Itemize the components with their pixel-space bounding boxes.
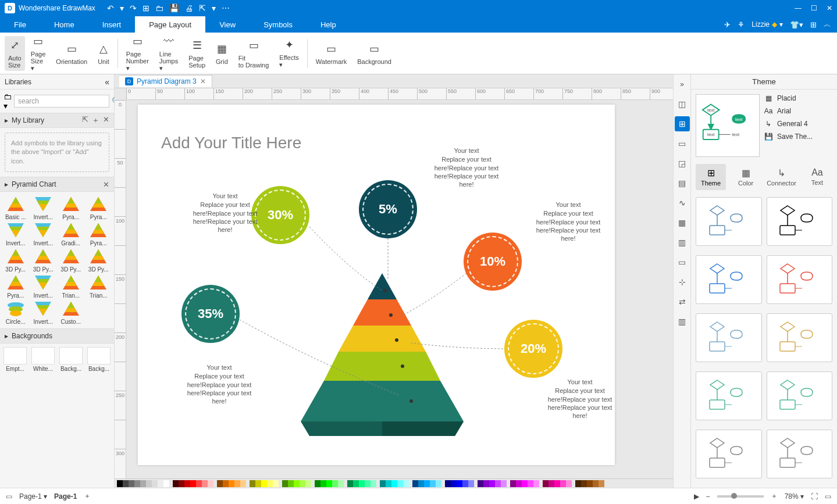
play-icon[interactable]: ▶ xyxy=(694,492,699,501)
color-swatch[interactable] xyxy=(152,480,158,487)
shape-item[interactable]: Pyra... xyxy=(86,195,112,220)
right-tool-12[interactable]: ▥ xyxy=(675,314,690,329)
color-swatch[interactable] xyxy=(320,480,326,487)
theme-item[interactable] xyxy=(767,255,833,304)
color-swatch[interactable] xyxy=(315,480,320,487)
color-swatch[interactable] xyxy=(593,480,599,487)
collapse-panel-icon[interactable]: « xyxy=(105,77,109,87)
background-item[interactable]: White... xyxy=(30,347,56,372)
page-title[interactable]: Add Your Title Here xyxy=(161,134,301,152)
right-tool-11[interactable]: ⇄ xyxy=(675,294,690,309)
color-swatch[interactable] xyxy=(548,480,554,487)
shape-item[interactable]: Gradi... xyxy=(58,221,84,246)
close-button[interactable]: ✕ xyxy=(827,4,832,12)
right-tool-5[interactable]: ▤ xyxy=(675,176,690,191)
color-swatch[interactable] xyxy=(184,480,190,487)
minimize-button[interactable]: — xyxy=(795,4,802,12)
menu-symbols[interactable]: Symbols xyxy=(250,16,307,33)
right-tool-0[interactable]: » xyxy=(675,77,690,92)
shape-item[interactable]: Pyra... xyxy=(58,195,84,220)
color-swatch[interactable] xyxy=(117,480,123,487)
theme-item[interactable] xyxy=(696,430,762,478)
color-swatch[interactable] xyxy=(516,480,522,487)
color-swatch[interactable] xyxy=(533,480,539,487)
color-swatch[interactable] xyxy=(365,480,371,487)
shape-item[interactable]: Invert... xyxy=(30,274,57,299)
color-swatch[interactable] xyxy=(229,480,234,487)
color-swatch[interactable] xyxy=(129,480,134,487)
color-swatch[interactable] xyxy=(288,480,294,487)
export-icon[interactable]: ⇱ xyxy=(199,3,206,13)
fit-page-icon[interactable]: ⛶ xyxy=(811,492,818,501)
close-section-icon[interactable]: ✕ xyxy=(103,180,109,189)
color-swatch[interactable] xyxy=(468,480,474,487)
color-swatch[interactable] xyxy=(397,480,403,487)
color-swatch[interactable] xyxy=(179,480,184,487)
color-swatch[interactable] xyxy=(575,480,581,487)
color-swatch[interactable] xyxy=(305,480,311,487)
ribbon-page-setup[interactable]: ☰PageSetup xyxy=(184,38,210,69)
shape-item[interactable]: 3D Py... xyxy=(86,248,112,273)
percent-circle[interactable]: 5% xyxy=(359,180,417,238)
theme-item[interactable] xyxy=(696,255,762,304)
color-swatch[interactable] xyxy=(478,480,483,487)
maximize-button[interactable]: ☐ xyxy=(811,4,817,12)
undo-icon[interactable]: ↶ xyxy=(107,3,114,13)
color-swatch[interactable] xyxy=(294,480,300,487)
color-swatch[interactable] xyxy=(282,480,288,487)
shape-item[interactable]: Custo... xyxy=(58,300,84,325)
ribbon-line-jumps-[interactable]: 〰LineJumps▾ xyxy=(155,34,183,72)
close-tab-icon[interactable]: ✕ xyxy=(200,77,206,85)
color-swatch[interactable] xyxy=(391,480,397,487)
percent-circle[interactable]: 30% xyxy=(251,186,309,244)
right-tool-7[interactable]: ▦ xyxy=(675,215,690,230)
add-icon[interactable]: ＋ xyxy=(92,115,99,126)
theme-tab-theme[interactable]: ⊞Theme xyxy=(696,164,726,190)
theme-item[interactable] xyxy=(767,313,833,362)
zoom-out-button[interactable]: − xyxy=(706,492,710,501)
color-swatch[interactable] xyxy=(273,480,279,487)
color-swatch[interactable] xyxy=(261,480,267,487)
zoom-value[interactable]: 78% ▾ xyxy=(785,492,804,501)
color-swatch[interactable] xyxy=(483,480,489,487)
shape-item[interactable]: Pyra... xyxy=(2,274,29,299)
library-dropdown-icon[interactable]: 🗀▾ xyxy=(3,92,12,110)
theme-item[interactable] xyxy=(767,430,833,478)
section-backgrounds[interactable]: ▸Backgrounds xyxy=(0,328,114,344)
color-swatch[interactable] xyxy=(495,480,501,487)
canvas-page[interactable]: Add Your Title Here xyxy=(138,105,615,465)
menu-insert[interactable]: Insert xyxy=(88,16,136,33)
color-swatch[interactable] xyxy=(501,480,507,487)
right-tool-9[interactable]: ▭ xyxy=(675,255,690,270)
ribbon-unit[interactable]: △Unit xyxy=(93,42,114,65)
theme-prop[interactable]: ▦Placid xyxy=(763,94,832,102)
annotation-text[interactable]: Your textReplace your text here!Replace … xyxy=(432,146,501,188)
color-swatch[interactable] xyxy=(240,480,246,487)
share-icon[interactable]: ⚘ xyxy=(738,20,745,29)
user-name[interactable]: Lizzie◆▾ xyxy=(751,20,783,28)
color-swatch[interactable] xyxy=(380,480,386,487)
ribbon-grid[interactable]: ▦Grid xyxy=(211,42,233,65)
color-swatch[interactable] xyxy=(300,480,305,487)
zoom-in-button[interactable]: ＋ xyxy=(771,491,778,501)
apps-icon[interactable]: ⊞ xyxy=(810,20,817,29)
color-swatch[interactable] xyxy=(359,480,365,487)
page-selector[interactable]: Page-1 ▾ xyxy=(19,492,47,501)
import-icon[interactable]: ⇱ xyxy=(82,115,88,126)
search-input[interactable] xyxy=(14,95,109,108)
menu-help[interactable]: Help xyxy=(307,16,350,33)
color-swatch[interactable] xyxy=(267,480,273,487)
color-swatch[interactable] xyxy=(173,480,179,487)
save-icon[interactable]: 💾 xyxy=(169,3,179,13)
ribbon-effects-[interactable]: ✦Effects▾ xyxy=(275,38,303,69)
color-swatch[interactable] xyxy=(599,480,604,487)
theme-prop[interactable]: ↳General 4 xyxy=(763,120,832,128)
color-swatch[interactable] xyxy=(587,480,593,487)
color-swatch[interactable] xyxy=(489,480,495,487)
background-item[interactable]: Empt... xyxy=(2,347,28,372)
color-swatch[interactable] xyxy=(326,480,332,487)
shape-item[interactable]: Invert... xyxy=(30,221,57,246)
shirt-icon[interactable]: 👕▾ xyxy=(790,20,803,29)
background-item[interactable]: Backg... xyxy=(86,347,112,372)
right-tool-10[interactable]: ⊹ xyxy=(675,274,690,289)
